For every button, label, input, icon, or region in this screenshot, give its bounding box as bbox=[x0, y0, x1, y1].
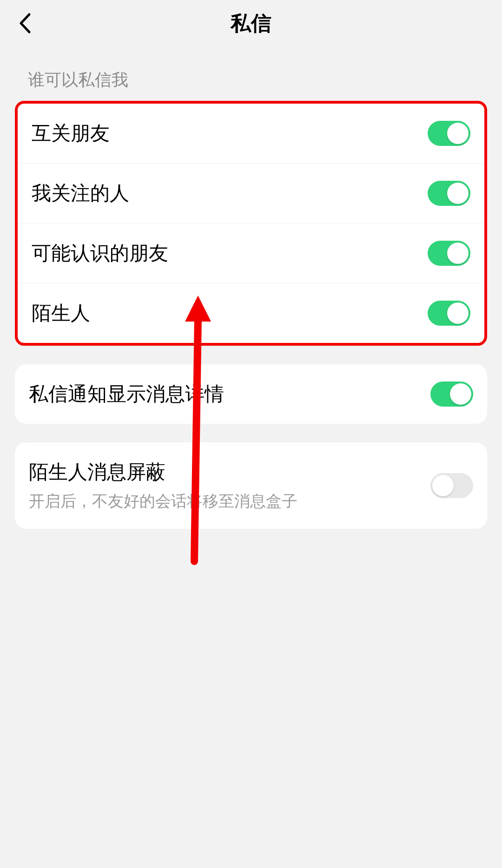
toggle-stranger-block[interactable] bbox=[430, 473, 473, 498]
stranger-block-card: 陌生人消息屏蔽 开启后，不友好的会话将移至消息盒子 bbox=[15, 442, 487, 529]
toggle-knob bbox=[447, 302, 469, 324]
header: 私信 bbox=[0, 0, 502, 46]
toggle-may-know[interactable] bbox=[428, 241, 470, 266]
chevron-left-icon bbox=[18, 13, 31, 34]
toggle-show-message-detail[interactable] bbox=[430, 381, 473, 407]
row-stranger-block: 陌生人消息屏蔽 开启后，不友好的会话将移至消息盒子 bbox=[15, 442, 487, 529]
row-show-message-detail: 私信通知显示消息详情 bbox=[15, 364, 487, 424]
toggle-knob bbox=[447, 183, 469, 204]
notification-detail-card: 私信通知显示消息详情 bbox=[15, 364, 487, 424]
toggle-strangers[interactable] bbox=[428, 301, 470, 326]
row-sublabel: 开启后，不友好的会话将移至消息盒子 bbox=[29, 491, 297, 512]
toggle-mutual-friends[interactable] bbox=[428, 121, 470, 146]
toggle-knob bbox=[447, 123, 469, 144]
row-label: 互关朋友 bbox=[32, 120, 110, 146]
row-label: 我关注的人 bbox=[32, 180, 129, 206]
row-strangers: 陌生人 bbox=[18, 283, 484, 343]
section-who-can-dm-label: 谁可以私信我 bbox=[0, 46, 502, 101]
row-label: 陌生人消息屏蔽 bbox=[29, 459, 297, 485]
row-label: 陌生人 bbox=[32, 300, 90, 326]
page-title: 私信 bbox=[0, 10, 502, 37]
toggle-knob bbox=[450, 383, 471, 405]
toggle-following[interactable] bbox=[428, 181, 470, 206]
row-mutual-friends: 互关朋友 bbox=[18, 104, 484, 163]
row-following: 我关注的人 bbox=[18, 163, 484, 223]
row-label: 私信通知显示消息详情 bbox=[29, 381, 224, 407]
who-can-dm-card: 互关朋友 我关注的人 可能认识的朋友 陌生人 bbox=[15, 101, 487, 346]
toggle-knob bbox=[432, 475, 454, 496]
row-may-know: 可能认识的朋友 bbox=[18, 223, 484, 283]
row-label: 可能认识的朋友 bbox=[32, 240, 168, 266]
toggle-knob bbox=[447, 243, 469, 264]
back-button[interactable] bbox=[13, 12, 36, 35]
